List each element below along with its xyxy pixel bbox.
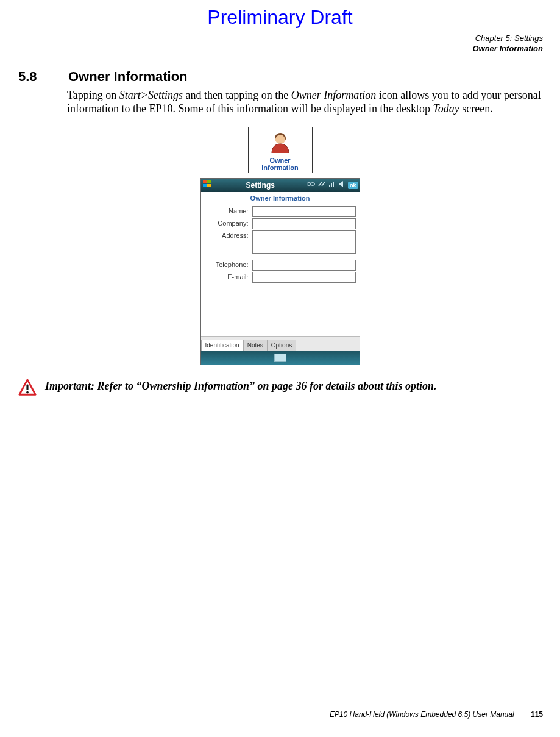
p-t1: Tapping on (67, 89, 119, 101)
keyboard-icon[interactable] (274, 354, 286, 362)
panel-title: Owner Information (201, 192, 360, 205)
svg-rect-2 (207, 180, 211, 183)
owner-icon-label-l1: Owner (269, 157, 290, 164)
address-input[interactable] (252, 230, 356, 254)
svg-rect-3 (203, 184, 207, 187)
signal-icon (328, 180, 336, 190)
owner-icon-label: Owner Information (253, 155, 307, 171)
important-body: Refer to “Ownership Information” on page… (97, 380, 437, 392)
connection-icon (317, 180, 326, 190)
svg-rect-4 (207, 184, 211, 187)
p-t4: screen. (459, 102, 493, 115)
svg-rect-9 (333, 182, 334, 187)
device-title: Settings (214, 181, 307, 190)
owner-icon-label-l2: Information (261, 164, 299, 171)
p-i1: Start>Settings (119, 89, 183, 101)
tabs-bar: Identification Notes Options (201, 336, 360, 351)
email-input[interactable] (252, 272, 356, 283)
svg-point-11 (26, 391, 29, 394)
svg-rect-7 (329, 185, 330, 187)
important-note: Important: Refer to “Ownership Informati… (0, 365, 560, 399)
label-company: Company: (205, 218, 252, 227)
device-screenshot: Settings ok Owner Information N (200, 178, 360, 365)
footer-manual: EP10 Hand-Held (Windows Embedded 6.5) Us… (330, 710, 514, 719)
svg-rect-1 (203, 180, 207, 183)
warning-icon (18, 379, 37, 399)
figure-group: Owner Information Settings (0, 116, 560, 365)
p-t2: and then tapping on the (183, 89, 291, 101)
status-icons: ok (307, 180, 358, 190)
p-i3: Today (433, 102, 459, 115)
p-i2: Owner Information (291, 89, 377, 101)
chapter-line: Chapter 5: Settings (0, 34, 543, 44)
body-paragraph: Tapping on Start>Settings and then tappi… (0, 85, 560, 116)
owner-information-icon-box: Owner Information (248, 127, 313, 173)
speaker-icon (338, 180, 346, 190)
label-email: E-mail: (205, 272, 252, 280)
footer-page-number: 115 (516, 710, 543, 719)
label-address: Address: (205, 230, 252, 239)
start-flag-icon (202, 179, 212, 191)
chapter-subline: Owner Information (0, 44, 543, 54)
device-titlebar: Settings ok (201, 179, 360, 192)
name-input[interactable] (252, 206, 356, 217)
chapter-header: Chapter 5: Settings Owner Information (0, 29, 560, 54)
section-title: Owner Information (68, 69, 188, 84)
telephone-input[interactable] (252, 260, 356, 271)
svg-rect-10 (26, 384, 28, 390)
section-number: 5.8 (18, 69, 68, 85)
device-panel: Owner Information Name: Company: Address… (201, 192, 360, 351)
svg-rect-8 (331, 183, 332, 187)
important-prefix: Important: (45, 380, 97, 392)
tab-identification[interactable]: Identification (201, 340, 244, 351)
tab-options[interactable]: Options (267, 340, 296, 351)
page-footer: EP10 Hand-Held (Windows Embedded 6.5) Us… (330, 710, 543, 719)
company-input[interactable] (252, 218, 356, 229)
ok-button[interactable]: ok (348, 182, 358, 189)
label-telephone: Telephone: (205, 260, 252, 268)
label-name: Name: (205, 206, 252, 215)
sync-icon (307, 180, 315, 190)
owner-avatar-icon (268, 130, 293, 155)
section-heading: 5.8Owner Information (0, 54, 560, 85)
important-text: Important: Refer to “Ownership Informati… (45, 379, 437, 393)
tab-notes[interactable]: Notes (243, 340, 268, 351)
preliminary-draft-banner: Preliminary Draft (0, 0, 560, 29)
device-bottombar (201, 351, 360, 365)
